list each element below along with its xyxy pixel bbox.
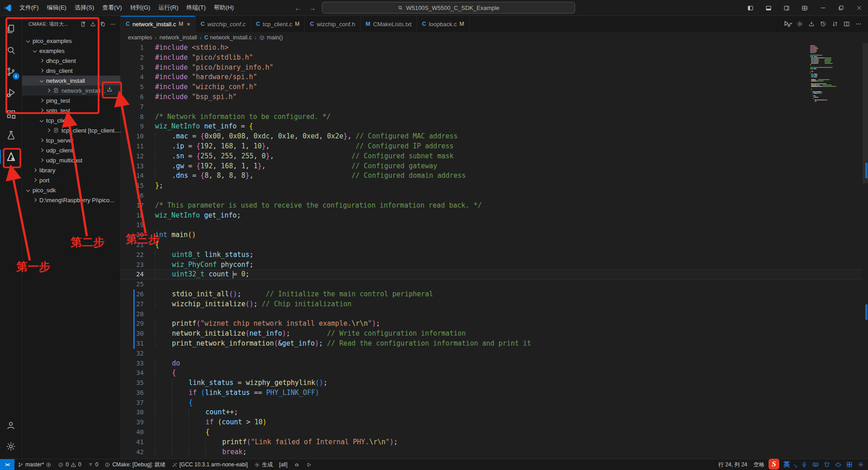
timeline-button[interactable]	[817, 18, 829, 30]
customize-layout-button[interactable]	[796, 0, 814, 16]
install-all-button[interactable]	[88, 19, 98, 29]
activity-item-testing[interactable]	[0, 125, 22, 146]
toggle-secondary-sidebar-button[interactable]	[778, 0, 796, 16]
tree-item-port[interactable]: port	[22, 175, 120, 185]
breadcrumb-item[interactable]: Cnetwork_install.c	[204, 34, 252, 41]
statusbar-indentation[interactable]: 空格	[750, 459, 768, 470]
token: ,	[212, 142, 221, 150]
microphone-button[interactable]	[801, 461, 808, 468]
ime-english-mode[interactable]: 英	[783, 461, 790, 469]
menubar-item[interactable]: 运行(R)	[154, 2, 182, 14]
copy-button[interactable]	[98, 19, 108, 29]
tree-item-ping_test[interactable]: ping_test	[22, 95, 120, 105]
tab-close-icon[interactable]: ×	[187, 21, 190, 28]
token: "	[386, 438, 390, 446]
tree-item-pico_examples[interactable]: pico_examples	[22, 36, 120, 46]
install-button[interactable]	[806, 18, 817, 30]
tree-item-sntp_test[interactable]: sntp_test	[22, 105, 120, 115]
menubar-item[interactable]: 查看(V)	[98, 2, 126, 14]
skin-button[interactable]	[823, 461, 830, 468]
ime-settings-button[interactable]	[857, 461, 864, 468]
nav-forward-icon[interactable]: →	[307, 4, 317, 12]
tree-item-tcp_clienttcp_client[interactable]: tcp_client [tcp_client....	[22, 125, 120, 135]
statusbar-cmake-launch[interactable]	[303, 459, 315, 470]
activity-item-cmake[interactable]	[0, 146, 22, 167]
toggle-panel-button[interactable]	[760, 0, 778, 16]
activity-item-settings[interactable]	[0, 436, 22, 457]
activity-item-explorer[interactable]	[0, 19, 22, 40]
tree-item-udp_multicast[interactable]: udp_multicast	[22, 155, 120, 165]
tree-item-udp_client[interactable]: udp_client	[22, 145, 120, 155]
code-editor[interactable]: 1#include <stdio.h>2#include "pico/stdli…	[121, 43, 868, 459]
menubar-item[interactable]: 选择(S)	[71, 2, 98, 14]
statusbar-cursor-position[interactable]: 行 24, 列 24	[715, 459, 750, 470]
tree-item-DmengRaspberryPipico[interactable]: D:\meng\Raspberry Pi\pico...	[22, 195, 120, 205]
minimap[interactable]	[810, 45, 861, 102]
statusbar-cmake-kit[interactable]: [GCC 10.3.1 arm-none-eabi]	[169, 459, 251, 470]
code-text: .ip = {192, 168, 1, 10}, // Configured I…	[155, 142, 453, 152]
activity-item-account[interactable]	[0, 414, 22, 436]
window-restore-button[interactable]	[832, 0, 850, 16]
tab-network_install-c[interactable]: Cnetwork_install.cM×	[121, 16, 196, 32]
activity-item-source-control[interactable]: 4	[0, 61, 22, 82]
settings-gear-button[interactable]	[794, 18, 806, 30]
keyboard-button[interactable]	[812, 461, 819, 468]
more-actions-button[interactable]	[108, 19, 118, 29]
menubar-item[interactable]: 帮助(H)	[210, 2, 238, 14]
split-editor-button[interactable]	[841, 18, 853, 30]
statusbar-remote-indicator[interactable]: ><	[0, 459, 14, 470]
robot-button[interactable]	[835, 461, 842, 468]
editor-scrollbar[interactable]	[863, 43, 868, 183]
menubar-item[interactable]: 文件(F)	[15, 2, 43, 14]
breadcrumb-item[interactable]: network_install	[160, 34, 197, 41]
tree-item-pico_sdk[interactable]: pico_sdk	[22, 185, 120, 195]
window-minimize-button[interactable]	[814, 0, 832, 16]
activity-item-extensions[interactable]	[0, 104, 22, 125]
nav-back-icon[interactable]: ←	[293, 4, 303, 12]
tree-item-tcp_client[interactable]: tcp_client	[22, 115, 120, 125]
tree-item-examples[interactable]: examples	[22, 46, 120, 56]
command-center-search[interactable]: W5100S_W5500_C_SDK_Example	[322, 2, 575, 14]
overview-ruler-mark	[865, 304, 868, 320]
ime-punctuation[interactable]: ·,	[794, 461, 797, 468]
tree-item-network_install[interactable]: network_install	[22, 76, 120, 85]
activity-item-search[interactable]	[0, 40, 22, 61]
tab-loopback-c[interactable]: Cloopback.cM	[417, 16, 469, 32]
menubar-item[interactable]: 转到(G)	[126, 2, 155, 14]
code-line: 42 break;	[121, 447, 868, 457]
configure-new-file-button[interactable]	[78, 19, 88, 29]
statusbar-cmake-debug[interactable]	[291, 459, 303, 470]
breadcrumb-item[interactable]: examples	[128, 34, 152, 41]
menubar-item[interactable]: 终端(T)	[182, 2, 210, 14]
more-actions-button[interactable]	[853, 18, 864, 30]
tree-item-network_install[interactable]: network_install ..	[22, 85, 120, 95]
window-close-button[interactable]	[850, 0, 868, 16]
target-icon	[53, 87, 59, 94]
tab-CMakeLists-txt[interactable]: MCMakeLists.txt	[361, 16, 417, 32]
breadcrumb-item[interactable]: main()	[259, 34, 283, 41]
toolbox-button[interactable]	[846, 461, 853, 468]
line-number: 39	[121, 418, 144, 427]
statusbar-cmake-build[interactable]: 生成	[251, 459, 276, 470]
tab-wizchip_conf-h[interactable]: Cwizchip_conf.h	[305, 16, 360, 32]
toggle-sidebar-button[interactable]	[741, 0, 760, 16]
sync-changes-button[interactable]	[829, 18, 841, 30]
run-or-debug-button[interactable]	[782, 18, 794, 30]
tab-wizchip_conf-c[interactable]: Cwizchip_conf.c	[196, 16, 251, 32]
text-cursor	[233, 271, 234, 279]
tab-tcp_client-c[interactable]: Ctcp_client.cM	[251, 16, 305, 32]
tree-item-library[interactable]: library	[22, 165, 120, 175]
statusbar-problems[interactable]: 00	[55, 459, 84, 470]
statusbar-cmake-status[interactable]: CMake: [Debug]: 就绪	[101, 459, 168, 470]
statusbar-cmake-build-target[interactable]: [all]	[276, 459, 291, 470]
indent-guide	[155, 132, 172, 140]
tree-item-dhcp_client[interactable]: dhcp_client	[22, 56, 120, 66]
tree-item-dns_client[interactable]: dns_client	[22, 66, 120, 76]
statusbar-git-branch[interactable]: master*	[14, 459, 55, 470]
statusbar-ports[interactable]: 0	[85, 459, 102, 470]
tree-item-tcp_server[interactable]: tcp_server	[22, 135, 120, 145]
activity-item-run-debug[interactable]	[0, 82, 22, 104]
sogou-logo-icon[interactable]: S	[769, 459, 779, 470]
menubar-item[interactable]: 编辑(E)	[43, 2, 71, 14]
tree-install-button[interactable]	[106, 86, 113, 94]
